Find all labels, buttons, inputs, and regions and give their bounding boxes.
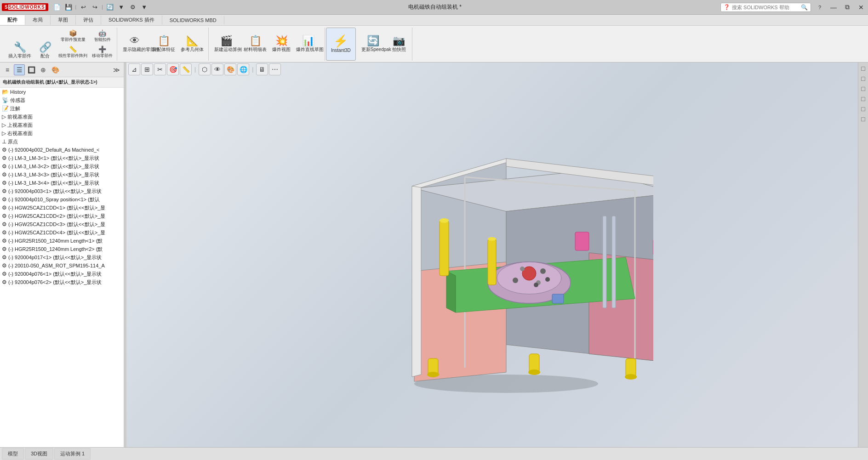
tab-mbd[interactable]: SOLIDWORKS MBD [162,16,224,24]
appearance-tab[interactable]: 🎨 [50,64,61,75]
restore-btn[interactable]: ⧉ [840,0,854,15]
tree-item[interactable]: ▷前视基准面 [0,113,124,121]
explode-btn[interactable]: 💥 爆炸视图 [270,35,292,53]
redo-btn[interactable]: ↪ [90,2,100,12]
tree-item[interactable]: ⚙(-) HGR25R1500_1240mm Length<1> (默 [0,237,124,245]
config-manager-tab[interactable]: ⊕ [38,64,49,75]
feature-tree-tab[interactable]: ☰ [14,64,25,75]
tab-model[interactable]: 模型 [2,448,24,460]
close-btn[interactable]: ✕ [854,0,868,15]
help-btn[interactable]: ? [813,0,827,15]
tab-sketch[interactable]: 草图 [51,15,76,25]
view-focus-btn[interactable]: 🎯 [167,63,179,75]
feature-tree[interactable]: 📂History📡传感器📝注解▷前视基准面▷上视基准面▷右视基准面⊥原点⚙(-)… [0,88,124,447]
scenes-btn[interactable]: 🌐 [237,63,249,75]
tree-item[interactable]: 📡传感器 [0,96,124,104]
tree-item[interactable]: ⚙(-) LM-3_LM-3<2> (默认<<默认>_显示状 [0,162,124,170]
preview-btn[interactable]: 📦 零部件预览量 [57,28,89,44]
measure-btn[interactable]: 📏 [180,63,192,75]
tree-item[interactable]: ⚙(-) LM-3_LM-3<1> (默认<<默认>_显示状 [0,154,124,162]
bom-btn[interactable]: 📋 材料明细表 [242,35,268,53]
ribbon-group-insert: 🔧 插入零部件 🔗 配合 📦 零部件预览量 📏 线性零部件阵列 🤖 [4,28,117,61]
tree-item[interactable]: 📝注解 [0,104,124,113]
tab-assembly[interactable]: 配件 [0,15,25,25]
options-btn[interactable]: ▼ [116,2,126,12]
minimize-btn[interactable]: — [827,0,840,15]
view-settings-btn[interactable]: ⊞ [141,63,153,75]
ref-geo-btn[interactable]: 📐 参考几何体 [179,35,206,53]
tab-plugins[interactable]: SOLIDWORKS 插件 [101,15,162,25]
tree-item[interactable]: ▷上视基准面 [0,121,124,129]
tree-item[interactable]: 📂History [0,88,124,96]
mate-btn[interactable]: 🔗 配合 [35,41,55,60]
rs-btn-3[interactable]: □ [859,85,868,93]
tree-item[interactable]: ▷右视基准面 [0,129,124,137]
ref-geo-icon: 📐 [186,36,199,46]
property-manager-tab[interactable]: 🔲 [26,64,37,75]
tree-item[interactable]: ⚙(-) HGW25CAZ1CDD<2> (默认<<默认>_显 [0,212,124,220]
save-btn[interactable]: 💾 [63,2,74,12]
orient-btn[interactable]: ⊿ [128,63,140,75]
property-tab[interactable]: ≡ [2,64,13,75]
tree-item-icon: ⚙ [2,279,7,285]
tree-item[interactable]: ⊥原点 [0,137,124,146]
preview-label: 零部件预览量 [61,37,86,43]
rs-btn-2[interactable]: □ [859,74,868,83]
more-btn[interactable]: ⋯ [269,63,281,75]
tab-motion-study[interactable]: 运动算例 1 [54,448,91,460]
tree-item[interactable]: ⚙(-) 920004p010_Spray position<1> (默认 [0,195,124,204]
titlebar: SSOLIDWORKS 📄 💾 | ↩ ↪ | 🔄 ▼ ⚙ ▼ 电机磁铁自动组装… [0,0,868,15]
instant3d-btn[interactable]: ⚡ Instant3D [329,34,353,54]
rs-btn-4[interactable]: □ [859,95,868,103]
rs-btn-1[interactable]: □ [859,64,868,73]
update-speedpak-btn[interactable]: 🔄 更新Speedpak [360,35,387,53]
explode-line-icon: 📊 [302,36,314,46]
smart-fastener-btn[interactable]: 🤖 智能扣件 [91,28,114,44]
hide-show-btn[interactable]: 👁 [211,63,223,75]
snapshot-btn[interactable]: 📷 拍快照 [389,35,409,53]
tree-item[interactable]: ⚙(-) HGW25CAZ1CDD<3> (默认<<默认>_显 [0,220,124,228]
tree-item[interactable]: ⚙(-) 920004p017<1> (默认<<默认>_显示状 [0,253,124,261]
section-view-btn[interactable]: ✂ [154,63,166,75]
settings-btn[interactable]: ⚙ [128,2,138,12]
tree-item[interactable]: ⚙(-) LM-3_LM-3<3> (默认<<默认>_显示状 [0,170,124,179]
pink-part-1 [575,232,589,250]
tree-item[interactable]: ⚙(-) HGR25R1500_1240mm Length<2> (默 [0,245,124,253]
fastener-icon: 🤖 [98,29,106,37]
rs-btn-6[interactable]: □ [859,115,868,123]
tree-item-label: 注解 [10,105,20,112]
tree-item[interactable]: ⚙(-) 920004p076<1> (默认<<默认>_显示状 [0,270,124,278]
tab-layout[interactable]: 布局 [25,15,51,25]
show-hide-btn[interactable]: 👁 显示隐藏的零部件 [121,35,148,53]
tree-item-label: (-) 920004p017<1> (默认<<默认>_显示状 [8,254,102,261]
tree-item[interactable]: ⚙(-) 20010-050_ASM_ROT_SPM195-114_A [0,261,124,270]
move-part-btn[interactable]: ➕ 移动零部件 [91,45,114,60]
tree-item[interactable]: ⚙(-) LM-3_LM-3<4> (默认<<默认>_显示状 [0,179,124,187]
insert-part-btn[interactable]: 🔧 插入零部件 [6,41,33,60]
tree-item[interactable]: ⚙(-) HGW25CAZ1CDD<4> (默认<<默认>_显 [0,228,124,237]
explode-line-btn[interactable]: 📊 爆炸直线草图 [294,35,322,53]
tree-item-label: 原点 [8,138,18,145]
settings2-btn[interactable]: ▼ [139,2,149,12]
tree-item[interactable]: ⚙(-) 920004p076<2> (默认<<默认>_显示状 [0,278,124,286]
rs-btn-5[interactable]: □ [859,105,868,113]
linear-array-btn[interactable]: 📏 线性零部件阵列 [57,45,89,60]
tree-item[interactable]: ⚙(-) HGW25CAZ1CDD<1> (默认<<默认>_显 [0,204,124,212]
move-label: 移动零部件 [92,53,113,59]
search-icon[interactable]: 🔍 [801,4,808,11]
new-btn[interactable]: 📄 [52,2,62,12]
display-style-btn[interactable]: ⬡ [199,63,211,75]
rebuild-btn[interactable]: 🔄 [105,2,115,12]
tree-item[interactable]: ⚙(-) 920004p002_Default_As Machined_< [0,146,124,154]
undo-btn[interactable]: ↩ [78,2,88,12]
tab-3d-view[interactable]: 3D视图 [25,448,53,460]
tree-item[interactable]: ⚙(-) 920004p003<1> (默认<<默认>_显示状 [0,187,124,195]
3d-viewport[interactable]: ⊿ ⊞ ✂ 🎯 📏 | ⬡ 👁 🎨 🌐 | 🖥 ⋯ [126,62,858,447]
view-mode-btn[interactable]: 🖥 [256,63,268,75]
asm-feature-btn[interactable]: 📋 装配体特征 [150,35,177,53]
panel-expand-btn[interactable]: ≫ [111,64,122,75]
appearance-btn[interactable]: 🎨 [224,63,236,75]
new-motion-btn[interactable]: 🎬 新建运动算例 [212,35,240,53]
search-input[interactable] [732,5,801,10]
tab-evaluate[interactable]: 评估 [76,15,101,25]
